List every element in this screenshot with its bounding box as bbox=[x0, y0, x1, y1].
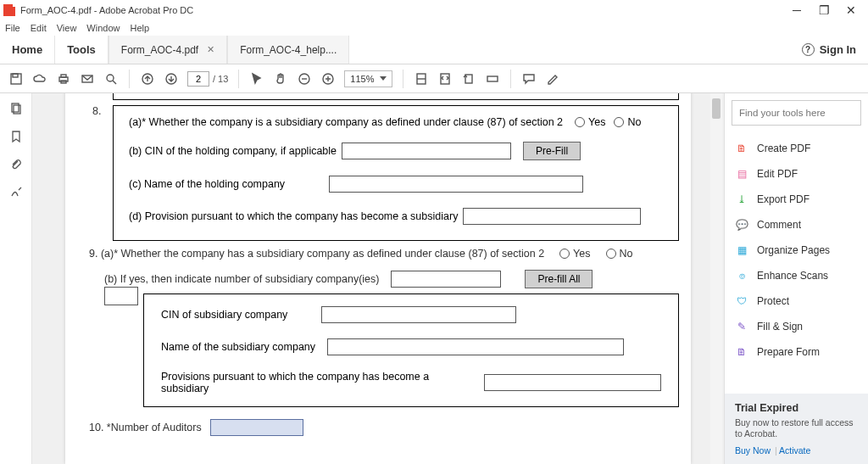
tool-fill-sign[interactable]: ✎Fill & Sign bbox=[725, 314, 868, 339]
q9-index-field[interactable] bbox=[104, 287, 138, 305]
page-up-icon[interactable] bbox=[140, 71, 155, 87]
signature-rail-icon[interactable] bbox=[9, 186, 23, 202]
tool-edit-pdf[interactable]: ▤Edit PDF bbox=[725, 161, 868, 187]
page-number-input[interactable] bbox=[187, 71, 209, 87]
acrobat-logo-icon bbox=[3, 4, 15, 16]
tool-search-input[interactable] bbox=[732, 100, 861, 126]
zoom-dropdown[interactable]: 115% bbox=[344, 70, 392, 87]
enhance-icon: ⌾ bbox=[735, 269, 748, 282]
tab-home[interactable]: Home bbox=[0, 36, 55, 64]
export-pdf-icon: ⤓ bbox=[735, 193, 748, 206]
rotate-icon[interactable] bbox=[461, 71, 476, 87]
svg-rect-1 bbox=[13, 74, 18, 77]
tool-export-pdf[interactable]: ⤓Export PDF bbox=[725, 187, 868, 212]
buy-now-link[interactable]: Buy Now bbox=[735, 445, 771, 456]
sign-in[interactable]: ? Sign In bbox=[790, 36, 868, 64]
hand-icon[interactable] bbox=[273, 71, 288, 87]
menu-window[interactable]: Window bbox=[86, 23, 120, 33]
scrollbar-vertical[interactable] bbox=[710, 93, 722, 464]
q8-number: 8. bbox=[92, 105, 101, 117]
q9-cin-field[interactable] bbox=[321, 306, 516, 323]
form-prev-box bbox=[113, 93, 679, 100]
trial-expired-panel: Trial Expired Buy now to restore full ac… bbox=[725, 394, 868, 464]
q10-field[interactable] bbox=[210, 419, 303, 436]
prefill-button[interactable]: Pre-Fill bbox=[523, 142, 581, 160]
q9-prov-field[interactable] bbox=[484, 374, 661, 391]
q8a-radio-yes[interactable] bbox=[575, 117, 585, 127]
menu-help[interactable]: Help bbox=[130, 23, 149, 33]
save-icon[interactable] bbox=[8, 71, 24, 87]
q10-label: 10. *Number of Auditors bbox=[89, 422, 202, 433]
q9a-label: 9. (a)* Whether the company has a subsid… bbox=[89, 248, 544, 260]
tool-organize[interactable]: ▦Organize Pages bbox=[725, 238, 868, 263]
comment-icon[interactable] bbox=[521, 71, 537, 87]
q8c-field[interactable] bbox=[329, 176, 583, 193]
tool-create-pdf[interactable]: 🗎Create PDF bbox=[725, 136, 868, 161]
minimize-button[interactable]: ─ bbox=[788, 3, 805, 17]
q9-prov-label: Provisions pursuant to which the company… bbox=[161, 371, 477, 394]
trial-message: Buy now to restore full access to Acroba… bbox=[735, 417, 858, 440]
sign-in-label: Sign In bbox=[820, 43, 856, 56]
tab-doc-active[interactable]: Form_AOC-4.pdf ✕ bbox=[108, 36, 227, 64]
tab-doc-2[interactable]: Form_AOC-4_help.... bbox=[227, 36, 349, 64]
print-icon[interactable] bbox=[56, 71, 71, 87]
menu-view[interactable]: View bbox=[57, 23, 77, 33]
scrollbar-thumb[interactable] bbox=[712, 98, 721, 119]
tool-label: Protect bbox=[757, 295, 789, 307]
q8d-field[interactable] bbox=[463, 208, 641, 225]
tool-label: Edit PDF bbox=[757, 168, 798, 180]
tool-prepare-form[interactable]: 🗎Prepare Form bbox=[725, 339, 868, 365]
tab-doc-label: Form_AOC-4.pdf bbox=[121, 44, 198, 56]
keyboard-icon[interactable] bbox=[485, 71, 500, 87]
bookmark-icon[interactable] bbox=[9, 130, 23, 146]
pointer-icon[interactable] bbox=[249, 71, 264, 87]
svg-rect-14 bbox=[487, 76, 498, 81]
q8b-field[interactable] bbox=[342, 143, 511, 159]
q9a-radio-no[interactable] bbox=[606, 249, 616, 259]
q9b-field[interactable] bbox=[391, 271, 501, 288]
close-tab-icon[interactable]: ✕ bbox=[207, 44, 214, 55]
cloud-icon[interactable] bbox=[32, 71, 47, 87]
q8c-label: (c) Name of the holding company bbox=[129, 178, 285, 190]
no-label: No bbox=[627, 116, 641, 128]
maximize-button[interactable]: ❐ bbox=[815, 3, 832, 17]
q9-cin-label: CIN of subsidiary company bbox=[161, 309, 287, 321]
q9-name-field[interactable] bbox=[327, 338, 624, 355]
tool-enhance-scans[interactable]: ⌾Enhance Scans bbox=[725, 263, 868, 288]
q9a-radio-yes[interactable] bbox=[559, 249, 570, 259]
fit-width-icon[interactable] bbox=[414, 71, 429, 87]
menu-file[interactable]: File bbox=[5, 23, 20, 33]
prefill-all-button[interactable]: Pre-fill All bbox=[525, 270, 593, 288]
search-icon[interactable] bbox=[103, 71, 119, 87]
tool-label: Export PDF bbox=[757, 193, 810, 205]
tab-tools[interactable]: Tools bbox=[55, 36, 108, 64]
q8a-radio-no[interactable] bbox=[614, 117, 624, 127]
page-down-icon[interactable] bbox=[164, 71, 179, 87]
thumbnails-icon[interactable] bbox=[9, 102, 23, 118]
help-icon[interactable]: ? bbox=[802, 43, 815, 56]
zoom-in-icon[interactable] bbox=[320, 71, 336, 87]
tool-label: Create PDF bbox=[757, 143, 810, 154]
close-button[interactable]: ✕ bbox=[843, 3, 860, 17]
edit-pdf-icon: ▤ bbox=[735, 167, 748, 181]
q9-name-label: Name of the subsidiary company bbox=[161, 341, 315, 353]
comment-tool-icon: 💬 bbox=[735, 218, 748, 232]
mail-icon[interactable] bbox=[80, 71, 95, 87]
toolbar: / 13 115% bbox=[0, 64, 868, 93]
svg-rect-3 bbox=[61, 75, 66, 77]
left-nav-rail bbox=[0, 93, 32, 464]
sign-icon[interactable] bbox=[545, 71, 560, 87]
menu-edit[interactable]: Edit bbox=[31, 23, 47, 33]
zoom-out-icon[interactable] bbox=[297, 71, 312, 87]
svg-point-6 bbox=[107, 75, 114, 81]
tool-comment[interactable]: 💬Comment bbox=[725, 212, 868, 238]
attachment-icon[interactable] bbox=[9, 158, 23, 174]
fit-page-icon[interactable] bbox=[437, 71, 453, 87]
zoom-value: 115% bbox=[350, 74, 374, 84]
tool-protect[interactable]: 🛡Protect bbox=[725, 288, 868, 314]
activate-link[interactable]: Activate bbox=[779, 445, 810, 456]
page-total: / 13 bbox=[213, 74, 228, 84]
q9b-label: (b) If yes, then indicate number of subs… bbox=[104, 273, 379, 285]
menubar: File Edit View Window Help bbox=[0, 20, 868, 36]
document-area[interactable]: 8. (a)* Whether the company is a subsidi… bbox=[32, 93, 724, 464]
